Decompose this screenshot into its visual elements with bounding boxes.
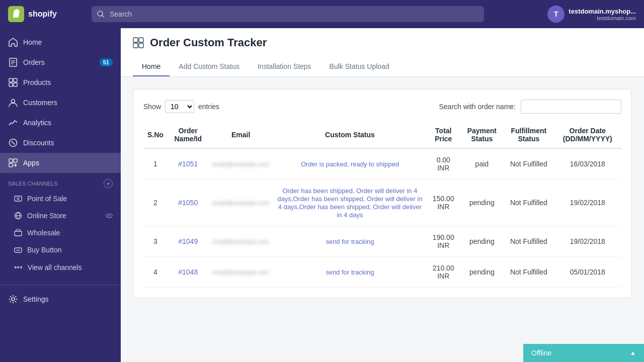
cell-order-id: #1048 bbox=[168, 257, 209, 288]
wholesale-label: Wholesale bbox=[27, 229, 60, 237]
cell-payment: pending bbox=[460, 257, 504, 288]
top-nav: shopify T testdomain.myshop... testdomai… bbox=[0, 0, 644, 28]
sidebar-item-analytics-label: Analytics bbox=[23, 119, 51, 127]
avatar: T bbox=[547, 6, 565, 23]
customers-icon bbox=[8, 98, 18, 108]
svg-rect-9 bbox=[14, 83, 17, 86]
order-link[interactable]: #1049 bbox=[178, 237, 198, 245]
table-body: 1 #1051 email@example.com Order is packe… bbox=[143, 148, 621, 288]
col-date: Order Date (DD/MM/YYYY) bbox=[554, 122, 621, 148]
offline-bar[interactable]: Offline ▲ bbox=[523, 344, 644, 362]
show-entries: Show 10 25 50 100 entries bbox=[143, 100, 219, 113]
buy-button-icon bbox=[14, 246, 22, 254]
entries-select[interactable]: 10 25 50 100 bbox=[165, 100, 194, 113]
apps-icon bbox=[8, 158, 18, 168]
order-link[interactable]: #1051 bbox=[178, 160, 198, 168]
buy-button-label: Buy Button bbox=[27, 246, 62, 254]
svg-rect-6 bbox=[9, 78, 13, 82]
page-header: Order Custom Tracker Home Add Custom Sta… bbox=[121, 28, 644, 77]
wholesale-icon bbox=[14, 229, 22, 237]
svg-rect-8 bbox=[9, 83, 13, 86]
analytics-icon bbox=[8, 118, 18, 128]
cell-status: send for tracking bbox=[273, 226, 427, 257]
point-of-sale-label: Point of Sale bbox=[27, 195, 67, 203]
cell-order-id: #1049 bbox=[168, 226, 209, 257]
order-link[interactable]: #1048 bbox=[178, 268, 198, 276]
sidebar-item-products[interactable]: Products bbox=[0, 72, 121, 93]
tab-add-custom-status[interactable]: Add Custom Status bbox=[170, 57, 249, 76]
cell-total: 190.00 INR bbox=[427, 226, 460, 257]
sidebar-item-orders[interactable]: Orders 51 bbox=[0, 52, 121, 72]
sidebar-item-home-label: Home bbox=[23, 38, 42, 46]
cell-date: 19/02/2018 bbox=[554, 226, 621, 257]
search-order: Search with order name: bbox=[439, 100, 621, 114]
svg-rect-20 bbox=[15, 196, 22, 201]
chevron-up-icon: ▲ bbox=[630, 349, 636, 356]
add-sales-channel-icon[interactable]: + bbox=[104, 179, 113, 188]
tab-home[interactable]: Home bbox=[133, 57, 170, 76]
shopify-brand-name: shopify bbox=[28, 10, 57, 19]
svg-point-30 bbox=[12, 298, 15, 301]
status-text: Order is packed, ready to shipped bbox=[301, 160, 399, 168]
sidebar-item-orders-label: Orders bbox=[23, 58, 45, 66]
tab-bulk-status-upload[interactable]: Bulk Status Upload bbox=[320, 57, 398, 76]
user-name: testdomain.myshop... bbox=[569, 8, 636, 15]
sidebar-item-online-store[interactable]: Online Store bbox=[0, 207, 121, 224]
sidebar-item-point-of-sale[interactable]: Point of Sale bbox=[0, 190, 121, 207]
sidebar-item-settings[interactable]: Settings bbox=[0, 289, 121, 309]
col-status: Custom Status bbox=[273, 122, 427, 148]
cell-total: 150.00 INR bbox=[427, 179, 460, 226]
search-order-input[interactable] bbox=[521, 100, 621, 114]
sidebar-item-view-all-channels[interactable]: ••• View all channels bbox=[0, 258, 121, 277]
email-text: email@example.com bbox=[213, 200, 269, 207]
home-icon bbox=[8, 37, 18, 47]
svg-point-10 bbox=[12, 100, 15, 103]
cell-date: 16/03/2018 bbox=[554, 148, 621, 179]
shopify-logo-icon bbox=[8, 6, 24, 22]
svg-rect-7 bbox=[14, 78, 17, 82]
view-all-channels-label: View all channels bbox=[28, 263, 82, 272]
col-payment: Payment Status bbox=[460, 122, 504, 148]
cell-order-id: #1050 bbox=[168, 179, 209, 226]
cell-date: 05/01/2018 bbox=[554, 257, 621, 288]
user-store: testdomain.com bbox=[569, 15, 636, 21]
status-text: send for tracking bbox=[326, 238, 374, 245]
col-order: Order Name/Id bbox=[168, 122, 209, 148]
user-info: testdomain.myshop... testdomain.com bbox=[569, 8, 636, 21]
col-fulfillment: Fulfillment Status bbox=[504, 122, 553, 148]
products-icon bbox=[8, 77, 18, 87]
cell-fulfillment: Not Fulfilled bbox=[504, 257, 553, 288]
sidebar-item-customers[interactable]: Customers bbox=[0, 93, 121, 113]
orders-icon bbox=[8, 57, 18, 67]
sidebar-item-home[interactable]: Home bbox=[0, 32, 121, 52]
cell-order-id: #1051 bbox=[168, 148, 209, 179]
order-link[interactable]: #1050 bbox=[178, 199, 198, 207]
table-row: 3 #1049 email@example.com send for track… bbox=[143, 226, 621, 257]
settings-label: Settings bbox=[23, 295, 49, 303]
more-icon: ••• bbox=[14, 263, 23, 272]
table-row: 4 #1048 email@example.com send for track… bbox=[143, 257, 621, 288]
svg-rect-32 bbox=[139, 38, 143, 42]
page-title: Order Custom Tracker bbox=[150, 36, 267, 49]
eye-icon[interactable] bbox=[106, 212, 113, 219]
sidebar-item-wholesale[interactable]: Wholesale bbox=[0, 224, 121, 241]
cell-status: send for tracking bbox=[273, 257, 427, 288]
search-order-label: Search with order name: bbox=[439, 103, 516, 111]
cell-total: 0.00 INR bbox=[427, 148, 460, 179]
table-row: 2 #1050 email@example.com Order has been… bbox=[143, 179, 621, 226]
shopify-logo: shopify bbox=[8, 6, 84, 22]
sidebar-item-discounts[interactable]: Discounts bbox=[0, 133, 121, 153]
sidebar: Home Orders 51 bbox=[0, 28, 121, 362]
svg-rect-31 bbox=[133, 38, 138, 42]
search-input[interactable] bbox=[92, 6, 484, 22]
tab-installation-steps[interactable]: Installation Steps bbox=[249, 57, 320, 76]
sidebar-item-apps[interactable]: Apps bbox=[0, 153, 121, 173]
email-text: email@example.com bbox=[213, 269, 269, 276]
sidebar-item-products-label: Products bbox=[23, 78, 51, 86]
svg-rect-16 bbox=[14, 159, 17, 162]
email-text: email@example.com bbox=[213, 238, 269, 245]
svg-rect-17 bbox=[9, 163, 13, 167]
sidebar-item-buy-button[interactable]: Buy Button bbox=[0, 241, 121, 258]
sidebar-item-analytics[interactable]: Analytics bbox=[0, 113, 121, 133]
cell-sno: 3 bbox=[143, 226, 168, 257]
